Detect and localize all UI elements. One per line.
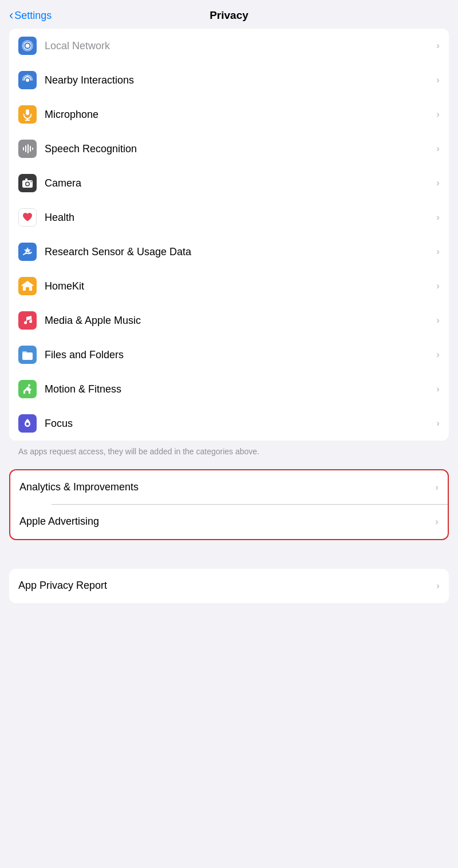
chevron-icon: ›: [436, 246, 440, 257]
health-icon: [18, 208, 37, 227]
chevron-icon: ›: [436, 109, 440, 120]
list-item[interactable]: Nearby Interactions ›: [9, 63, 449, 97]
homekit-icon: [18, 277, 37, 295]
list-item[interactable]: HomeKit ›: [9, 269, 449, 303]
navigation-header: ‹ Settings Privacy: [0, 0, 458, 29]
back-label: Settings: [14, 10, 52, 22]
svg-rect-7: [23, 147, 24, 150]
list-item[interactable]: Camera ›: [9, 166, 449, 200]
page-title: Privacy: [210, 9, 248, 22]
focus-icon: [18, 414, 37, 433]
svg-point-24: [28, 385, 30, 387]
back-chevron-icon: ‹: [9, 8, 13, 23]
svg-point-0: [26, 44, 30, 48]
focus-label: Focus: [45, 418, 436, 430]
chevron-icon: ›: [436, 580, 440, 592]
chevron-icon: ›: [436, 74, 440, 86]
analytics-section-group: Analytics & Improvements › Apple Adverti…: [9, 469, 449, 540]
app-privacy-report-item[interactable]: App Privacy Report ›: [9, 569, 449, 603]
chevron-icon: ›: [436, 280, 440, 292]
apple-advertising-label: Apple Advertising: [19, 516, 435, 528]
svg-rect-17: [26, 287, 29, 291]
svg-point-25: [26, 423, 29, 426]
chevron-icon: ›: [435, 482, 439, 493]
motion-fitness-label: Motion & Fitness: [45, 383, 436, 395]
chevron-icon: ›: [436, 143, 440, 154]
speech-recognition-label: Speech Recognition: [45, 143, 436, 155]
chevron-icon: ›: [436, 40, 440, 51]
list-item[interactable]: Microphone ›: [9, 97, 449, 132]
media-apple-music-label: Media & Apple Music: [45, 315, 436, 327]
research-sensor-label: Research Sensor & Usage Data: [45, 246, 436, 258]
list-item[interactable]: Local Network ›: [9, 29, 449, 63]
camera-label: Camera: [45, 177, 436, 189]
camera-icon: [18, 174, 37, 192]
apple-advertising-item[interactable]: Apple Advertising ›: [10, 505, 448, 539]
media-apple-music-icon: [18, 311, 37, 330]
local-network-label: Local Network: [45, 40, 436, 52]
chevron-icon: ›: [436, 177, 440, 189]
svg-rect-9: [27, 144, 29, 153]
svg-rect-8: [25, 145, 26, 152]
files-folders-icon: [18, 346, 37, 364]
nearby-interactions-label: Nearby Interactions: [45, 74, 436, 86]
chevron-icon: ›: [436, 418, 440, 429]
microphone-label: Microphone: [45, 109, 436, 121]
list-item[interactable]: Files and Folders ›: [9, 338, 449, 372]
svg-rect-15: [25, 179, 27, 180]
health-label: Health: [45, 212, 436, 224]
list-item[interactable]: Speech Recognition ›: [9, 132, 449, 166]
local-network-icon: [18, 37, 37, 55]
svg-point-3: [26, 78, 29, 82]
footer-note: As apps request access, they will be add…: [0, 441, 458, 469]
svg-rect-10: [30, 146, 31, 152]
svg-point-14: [26, 183, 29, 185]
svg-rect-4: [26, 109, 29, 115]
app-privacy-report-section: App Privacy Report ›: [9, 569, 449, 603]
research-sensor-icon: [18, 243, 37, 261]
back-button[interactable]: ‹ Settings: [9, 8, 52, 23]
chevron-icon: ›: [436, 315, 440, 326]
chevron-icon: ›: [436, 383, 440, 395]
microphone-icon: [18, 105, 37, 124]
list-item[interactable]: Motion & Fitness ›: [9, 372, 449, 406]
svg-point-16: [31, 181, 32, 183]
homekit-label: HomeKit: [45, 280, 436, 292]
svg-rect-11: [32, 148, 33, 150]
speech-recognition-icon: [18, 140, 37, 158]
motion-fitness-icon: [18, 380, 37, 398]
chevron-icon: ›: [436, 212, 440, 223]
nearby-interactions-icon: [18, 71, 37, 89]
list-item[interactable]: Research Sensor & Usage Data ›: [9, 235, 449, 269]
chevron-icon: ›: [435, 516, 439, 528]
list-item[interactable]: Media & Apple Music ›: [9, 303, 449, 338]
list-item[interactable]: Health ›: [9, 200, 449, 235]
svg-rect-23: [22, 351, 27, 354]
analytics-improvements-label: Analytics & Improvements: [19, 481, 435, 493]
app-privacy-report-label: App Privacy Report: [18, 580, 436, 592]
files-folders-label: Files and Folders: [45, 349, 436, 361]
analytics-improvements-item[interactable]: Analytics & Improvements ›: [10, 470, 448, 505]
list-item[interactable]: Focus ›: [9, 406, 449, 441]
main-settings-group: Local Network › Nearby Interactions ›: [9, 29, 449, 441]
chevron-icon: ›: [436, 349, 440, 360]
